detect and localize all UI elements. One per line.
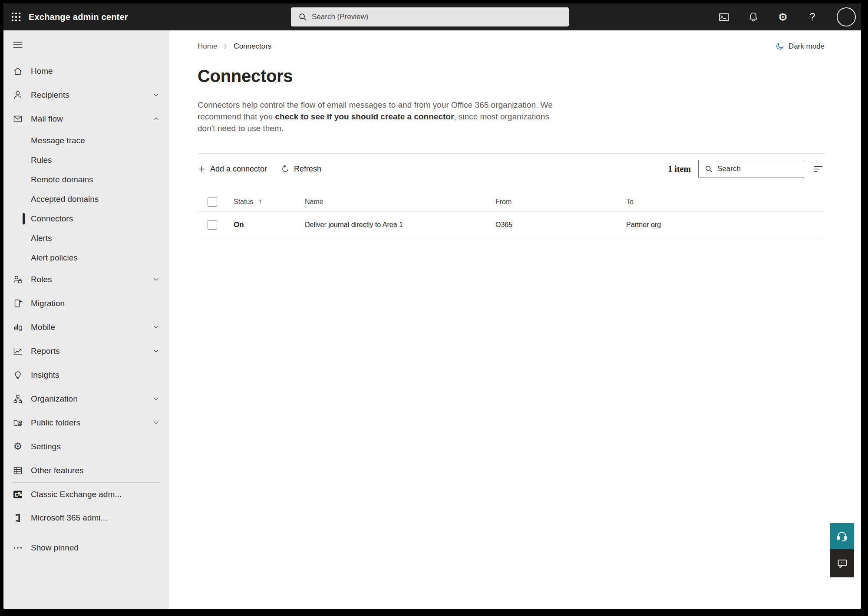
refresh-button[interactable]: Refresh — [281, 165, 321, 174]
sidebar-item-settings[interactable]: ⚙ Settings — [3, 435, 169, 458]
chevron-down-icon — [152, 347, 160, 355]
sort-ascending-icon — [257, 198, 264, 205]
moon-icon — [775, 42, 784, 51]
settings-button[interactable]: ⚙ — [777, 3, 789, 30]
breadcrumb-home[interactable]: Home — [198, 42, 217, 51]
list-search-input[interactable] — [717, 165, 804, 173]
home-icon — [12, 66, 23, 76]
more-icon — [12, 543, 23, 553]
sidebar-nav: Home Recipients Mail flow — [3, 59, 169, 482]
table-row[interactable]: On Deliver journal directly to Area 1 O3… — [198, 212, 825, 238]
connectors-table: Status Name From To On Deliver journal d… — [198, 192, 825, 238]
show-pinned-button[interactable]: Show pinned — [3, 536, 169, 560]
page-description: Connectors help control the flow of emai… — [198, 99, 568, 134]
column-header-status[interactable]: Status — [234, 198, 305, 206]
feedback-chat-button[interactable] — [830, 549, 854, 577]
org-chart-icon — [12, 394, 23, 404]
column-header-name[interactable]: Name — [305, 198, 495, 206]
page-title: Connectors — [198, 66, 825, 86]
sidebar: Home Recipients Mail flow — [3, 30, 169, 609]
main-content: Home Connectors Dark mode Connectors Con… — [169, 30, 861, 609]
sidebar-item-accepted-domains[interactable]: Accepted domains — [3, 189, 169, 209]
notifications-button[interactable] — [747, 3, 759, 30]
chat-icon — [836, 557, 848, 569]
chevron-down-icon — [152, 395, 160, 402]
global-search[interactable] — [291, 7, 569, 26]
sidebar-item-migration[interactable]: Migration — [3, 291, 169, 315]
chart-phone-icon — [12, 322, 23, 333]
headset-icon — [836, 530, 848, 542]
selected-indicator — [23, 213, 25, 224]
search-icon — [704, 165, 713, 173]
help-icon: ? — [810, 11, 815, 23]
app-launcher-icon — [10, 11, 22, 23]
sidebar-item-alert-policies[interactable]: Alert policies — [3, 248, 169, 267]
app-title: Exchange admin center — [29, 12, 128, 22]
filter-icon — [813, 164, 824, 175]
support-widgets — [830, 523, 854, 577]
account-button[interactable] — [836, 3, 857, 30]
app-launcher-button[interactable] — [3, 3, 29, 30]
chevron-down-icon — [152, 419, 160, 426]
sidebar-item-rules[interactable]: Rules — [3, 150, 169, 170]
sidebar-item-message-trace[interactable]: Message trace — [3, 131, 169, 150]
sidebar-item-remote-domains[interactable]: Remote domains — [3, 170, 169, 189]
breadcrumb: Home Connectors — [198, 42, 271, 51]
collapse-nav-button[interactable] — [12, 39, 23, 50]
sidebar-item-other-features[interactable]: Other features — [3, 458, 169, 482]
sidebar-item-home[interactable]: Home — [3, 59, 169, 83]
chevron-down-icon — [152, 323, 160, 331]
help-button[interactable]: ? — [806, 3, 818, 30]
grid-table-icon — [12, 465, 23, 476]
row-checkbox[interactable] — [208, 220, 217, 230]
cell-to: Partner org — [626, 221, 825, 229]
chevron-down-icon — [152, 276, 160, 283]
sidebar-item-alerts[interactable]: Alerts — [3, 228, 169, 248]
chevron-up-icon — [152, 115, 160, 122]
table-header: Status Name From To — [198, 192, 825, 212]
list-search[interactable] — [698, 160, 804, 178]
lightbulb-icon — [12, 370, 23, 380]
terminal-icon — [718, 11, 730, 23]
sidebar-item-microsoft-365-admin[interactable]: Microsoft 365 admi... — [3, 506, 169, 530]
sidebar-item-public-folders[interactable]: Public folders — [3, 411, 169, 435]
sidebar-item-insights[interactable]: Insights — [3, 363, 169, 387]
powershell-button[interactable] — [718, 3, 730, 30]
bell-icon — [748, 11, 759, 23]
classic-exchange-icon: E — [12, 489, 23, 500]
dark-mode-button[interactable]: Dark mode — [775, 42, 825, 51]
app-shell: Home Recipients Mail flow — [3, 30, 861, 609]
cell-name: Deliver journal directly to Area 1 — [305, 221, 495, 229]
document-arrow-icon — [12, 298, 23, 309]
gear-icon: ⚙ — [12, 441, 23, 451]
person-briefcase-icon — [12, 274, 23, 285]
column-header-from[interactable]: From — [495, 198, 626, 206]
gear-icon: ⚙ — [778, 12, 788, 23]
cell-status: On — [234, 221, 305, 229]
topbar-actions: ⚙ ? — [718, 3, 861, 30]
sidebar-item-classic-exchange[interactable]: E Classic Exchange adm... — [3, 483, 169, 506]
cell-from: O365 — [495, 221, 626, 229]
sidebar-item-reports[interactable]: Reports — [3, 339, 169, 363]
sidebar-item-recipients[interactable]: Recipients — [3, 83, 169, 107]
sidebar-item-mail-flow[interactable]: Mail flow — [3, 107, 169, 131]
toolbar: Add a connector Refresh 1 item — [198, 154, 825, 184]
select-all-checkbox[interactable] — [208, 197, 217, 207]
sidebar-item-organization[interactable]: Organization — [3, 387, 169, 411]
filter-button[interactable] — [812, 162, 825, 175]
top-bar: Exchange admin center — [3, 3, 861, 30]
folder-globe-icon — [12, 418, 23, 428]
help-support-button[interactable] — [830, 523, 854, 549]
sidebar-item-connectors[interactable]: Connectors — [3, 209, 169, 228]
svg-text:E: E — [15, 492, 18, 497]
create-connector-link[interactable]: check to see if you should create a conn… — [275, 112, 454, 121]
refresh-icon — [281, 165, 290, 173]
global-search-input[interactable] — [312, 13, 569, 21]
column-header-to[interactable]: To — [626, 198, 825, 206]
dark-mode-label: Dark mode — [789, 42, 825, 51]
add-connector-button[interactable]: Add a connector — [198, 165, 267, 174]
sidebar-item-roles[interactable]: Roles — [3, 267, 169, 291]
sidebar-item-mobile[interactable]: Mobile — [3, 315, 169, 339]
plus-icon — [198, 165, 206, 173]
microsoft-365-icon — [12, 513, 23, 523]
